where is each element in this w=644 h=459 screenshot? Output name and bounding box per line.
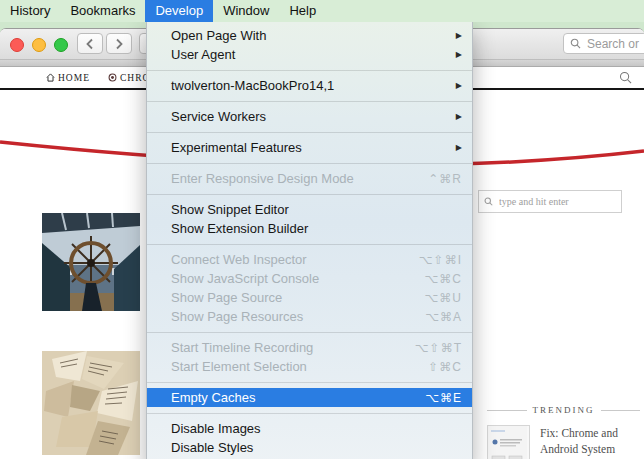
minimize-window-button[interactable] <box>32 38 46 52</box>
article-title[interactable]: Fix: Chrome and Android System Webview i… <box>540 425 640 459</box>
menu-item-experimental-features[interactable]: Experimental Features▶ <box>147 138 472 157</box>
menu-item-label: Experimental Features <box>171 140 448 155</box>
menu-separator <box>147 163 472 164</box>
site-search-field[interactable] <box>478 190 622 213</box>
post-thumbnail-paper[interactable] <box>42 351 140 455</box>
menu-item-label: Service Workers <box>171 109 448 124</box>
menu-item-empty-caches[interactable]: Empty Caches⌥⌘E <box>147 388 472 407</box>
shortcut-label: ⇧⌘C <box>428 360 462 374</box>
menu-separator <box>147 101 472 102</box>
submenu-arrow-icon: ▶ <box>456 81 462 90</box>
shortcut-label: ⌥⌘U <box>425 291 463 305</box>
menu-item-show-javascript-console: Show JavaScript Console⌥⌘C <box>147 269 472 288</box>
menu-separator <box>147 382 472 383</box>
menu-item-label: Show Page Resources <box>171 309 417 324</box>
menu-item-label: User Agent <box>171 47 448 62</box>
chevron-left-icon <box>85 38 95 50</box>
address-search-field[interactable] <box>563 33 644 54</box>
site-search-input[interactable] <box>497 195 611 208</box>
menu-separator <box>147 132 472 133</box>
menu-item-label: Disable Styles <box>171 440 462 455</box>
menu-item-label: Start Element Selection <box>171 359 420 374</box>
menu-item-label: Show Extension Builder <box>171 221 462 236</box>
shortcut-label: ⌥⌘C <box>425 272 463 286</box>
menu-separator <box>147 194 472 195</box>
trending-section: TRENDING Fix: Chrome and Android S <box>487 405 640 459</box>
submenu-arrow-icon: ▶ <box>456 112 462 121</box>
back-button[interactable] <box>77 33 103 54</box>
menu-item-label: Show Snippet Editor <box>171 202 462 217</box>
menu-item-label: Start Timeline Recording <box>171 340 407 355</box>
menu-item-twolverton-macbookpro14-1[interactable]: twolverton-MacBookPro14,1▶ <box>147 76 472 95</box>
zoom-window-button[interactable] <box>54 38 68 52</box>
site-nav-label: HOME <box>58 73 90 83</box>
close-window-button[interactable] <box>10 38 24 52</box>
menu-bar: HistoryBookmarksDevelopWindowHelp <box>0 0 644 22</box>
ship-wheel-photo <box>42 213 140 311</box>
submenu-arrow-icon: ▶ <box>456 31 462 40</box>
menu-item-service-workers[interactable]: Service Workers▶ <box>147 107 472 126</box>
crumpled-paper-photo <box>42 351 140 455</box>
menu-item-label: Show JavaScript Console <box>171 271 417 286</box>
menu-separator <box>147 332 472 333</box>
menu-separator <box>147 244 472 245</box>
menubar-item-help[interactable]: Help <box>279 0 326 22</box>
home-icon <box>46 73 55 82</box>
menubar-item-window[interactable]: Window <box>213 0 279 22</box>
article-thumbnail[interactable] <box>487 425 530 459</box>
menu-item-show-snippet-editor[interactable]: Show Snippet Editor <box>147 200 472 219</box>
menu-item-enter-responsive-design-mode: Enter Responsive Design Mode⌃⌘R <box>147 169 472 188</box>
chrome-icon <box>108 73 117 82</box>
menu-item-start-timeline-recording: Start Timeline Recording⌥⇧⌘T <box>147 338 472 357</box>
site-nav-search-button[interactable] <box>619 71 632 86</box>
search-icon <box>570 38 581 49</box>
menu-item-user-agent[interactable]: User Agent▶ <box>147 45 472 64</box>
menu-item-label: Enter Responsive Design Mode <box>171 171 420 186</box>
forward-button[interactable] <box>106 33 132 54</box>
window-controls <box>10 38 68 52</box>
menu-item-disable-images[interactable]: Disable Images <box>147 419 472 438</box>
menu-item-disable-styles[interactable]: Disable Styles <box>147 438 472 457</box>
shortcut-label: ⌥⌘E <box>425 391 462 405</box>
menu-item-open-page-with[interactable]: Open Page With▶ <box>147 26 472 45</box>
menu-item-label: Show Page Source <box>171 290 417 305</box>
menubar-item-history[interactable]: History <box>0 0 60 22</box>
menu-item-label: Disable Images <box>171 421 462 436</box>
site-nav-item-home[interactable]: HOME <box>46 73 90 83</box>
article-thumbnail-image <box>488 426 527 459</box>
submenu-arrow-icon: ▶ <box>456 50 462 59</box>
menu-item-show-page-source: Show Page Source⌥⌘U <box>147 288 472 307</box>
shortcut-label: ⌥⇧⌘T <box>415 341 462 355</box>
menu-item-label: twolverton-MacBookPro14,1 <box>171 78 448 93</box>
search-icon <box>484 197 493 206</box>
submenu-arrow-icon: ▶ <box>456 143 462 152</box>
shortcut-label: ⌥⇧⌘I <box>419 253 462 267</box>
develop-menu: Open Page With▶User Agent▶twolverton-Mac… <box>146 22 473 459</box>
menu-item-show-extension-builder[interactable]: Show Extension Builder <box>147 219 472 238</box>
address-search-input[interactable] <box>585 36 644 52</box>
shortcut-label: ⌥⌘A <box>425 310 462 324</box>
shortcut-label: ⌃⌘R <box>428 172 462 186</box>
menu-item-label: Connect Web Inspector <box>171 252 411 267</box>
menubar-item-develop[interactable]: Develop <box>145 0 213 22</box>
menubar-item-bookmarks[interactable]: Bookmarks <box>60 0 145 22</box>
menu-separator <box>147 70 472 71</box>
chevron-right-icon <box>114 38 124 50</box>
trending-heading-label: TRENDING <box>533 405 595 415</box>
menu-item-connect-web-inspector: Connect Web Inspector⌥⇧⌘I <box>147 250 472 269</box>
post-thumbnail-ship-wheel[interactable] <box>42 213 140 311</box>
menu-item-label: Open Page With <box>171 28 448 43</box>
menu-item-show-page-resources: Show Page Resources⌥⌘A <box>147 307 472 326</box>
menu-separator <box>147 413 472 414</box>
menu-item-label: Empty Caches <box>171 390 417 405</box>
search-icon <box>619 71 632 84</box>
trending-article[interactable]: Fix: Chrome and Android System Webview i… <box>487 425 640 459</box>
menu-item-start-element-selection: Start Element Selection⇧⌘C <box>147 357 472 376</box>
trending-heading: TRENDING <box>487 405 640 415</box>
